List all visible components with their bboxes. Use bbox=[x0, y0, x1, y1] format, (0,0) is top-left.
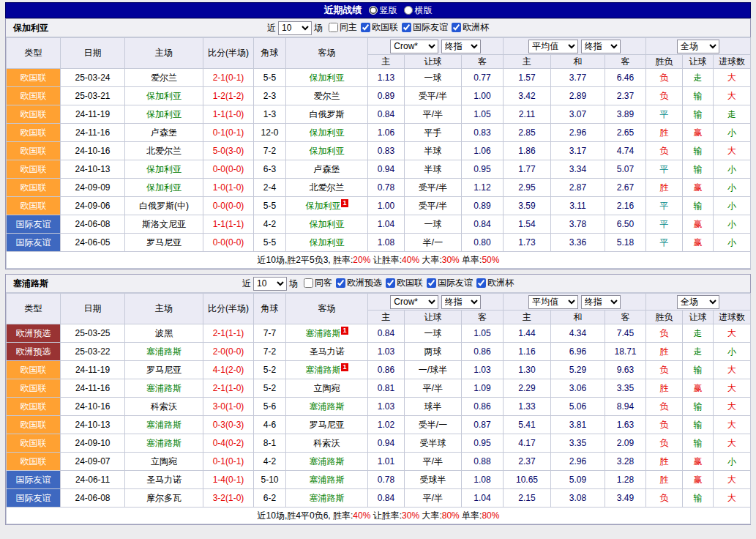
cell-date: 24-10-13 bbox=[61, 160, 125, 179]
odds-company-select[interactable]: Crow* bbox=[390, 295, 438, 309]
avg-final-select[interactable]: 终指 bbox=[581, 295, 621, 309]
team-name-text: 立陶宛 bbox=[314, 383, 340, 393]
filter-checkbox[interactable]: 欧洲杯 bbox=[476, 277, 514, 289]
filter-checkbox-input[interactable] bbox=[336, 278, 345, 288]
avg-odds-select[interactable]: 平均值 bbox=[528, 295, 578, 309]
team-name-text: 罗马尼亚 bbox=[146, 237, 181, 248]
team-name-text: 保加利亚 bbox=[305, 201, 340, 211]
cell-date: 24-06-05 bbox=[61, 234, 125, 252]
layout-radio-vertical-input[interactable] bbox=[369, 6, 378, 15]
cell-score: 1-1(1-0) bbox=[203, 105, 254, 124]
filter-checkbox-input[interactable] bbox=[386, 278, 395, 288]
cell-handicap: 一球 bbox=[405, 324, 462, 343]
layout-radio-horizontal-input[interactable] bbox=[404, 6, 413, 15]
cell-odds-away: 0.88 bbox=[462, 453, 504, 471]
games-count-select[interactable]: 10 bbox=[253, 277, 287, 291]
filter-checkbox[interactable]: 欧国联 bbox=[361, 21, 398, 34]
filter-checkbox[interactable]: 同主 bbox=[329, 21, 357, 34]
layout-radio-vertical[interactable]: 竖版 bbox=[369, 4, 397, 17]
col-header-date: 日期 bbox=[61, 38, 125, 69]
col-header-result: 胜负 bbox=[646, 311, 683, 324]
avg-final-select[interactable]: 终指 bbox=[581, 40, 621, 53]
cell-odds-away: 0.84 bbox=[462, 215, 504, 234]
cell-result-goals: 大 bbox=[714, 379, 751, 398]
cell-home-team: 罗马尼亚 bbox=[125, 234, 203, 252]
filter-checkbox[interactable]: 欧国联 bbox=[386, 277, 423, 289]
filter-checkbox[interactable]: 欧洲杯 bbox=[452, 21, 489, 34]
cell-avg-home: 1.30 bbox=[504, 361, 551, 379]
cell-handicap: 受球半 bbox=[405, 471, 462, 489]
team-name-text: 卢森堡 bbox=[151, 127, 177, 138]
filter-checkbox-label: 国际友谊 bbox=[438, 277, 473, 289]
cell-date: 25-03-24 bbox=[61, 69, 125, 87]
cell-corners: 5-2 bbox=[254, 361, 286, 379]
filter-checkbox-input[interactable] bbox=[452, 23, 461, 32]
cell-odds-home: 0.84 bbox=[368, 324, 405, 343]
cell-corners: 4-6 bbox=[254, 416, 286, 434]
filter-checkbox[interactable]: 国际友谊 bbox=[402, 21, 448, 34]
cell-result-handicap: 赢 bbox=[683, 234, 714, 252]
cell-result-handicap: 赢 bbox=[683, 453, 714, 471]
filter-checkbox[interactable]: 同客 bbox=[304, 277, 332, 289]
cell-result-winloss: 胜 bbox=[646, 179, 683, 197]
cell-handicap: 一/球半 bbox=[405, 361, 462, 379]
filter-checkbox-input[interactable] bbox=[361, 23, 370, 32]
cell-score: 3-2(1-0) bbox=[203, 489, 254, 508]
cell-result-winloss: 平 bbox=[646, 234, 683, 252]
cell-league-type: 国际友谊 bbox=[7, 215, 61, 234]
cell-odds-home: 0.84 bbox=[368, 489, 405, 508]
odds-final-select[interactable]: 终指 bbox=[441, 40, 481, 53]
avg-odds-select[interactable]: 平均值 bbox=[528, 40, 578, 53]
full-match-select[interactable]: 全场 bbox=[677, 295, 719, 309]
summary-text: 40% bbox=[402, 255, 419, 265]
cell-handicap: 受平/半 bbox=[405, 87, 462, 105]
games-count-select[interactable]: 10 bbox=[278, 21, 312, 35]
cell-league-type: 欧国联 bbox=[7, 124, 61, 142]
filter-checkbox-input[interactable] bbox=[476, 278, 486, 288]
cell-home-team: 圣马力诺 bbox=[125, 471, 203, 489]
cell-odds-away: 1.05 bbox=[462, 324, 504, 343]
cell-avg-home: 5.41 bbox=[504, 416, 551, 434]
full-match-select[interactable]: 全场 bbox=[677, 40, 719, 53]
odds-company-select[interactable]: Crow* bbox=[390, 40, 438, 53]
cell-result-winloss: 负 bbox=[646, 142, 683, 160]
layout-radio-horizontal[interactable]: 横版 bbox=[404, 4, 433, 17]
cell-avg-draw: 4.34 bbox=[551, 324, 605, 343]
odds-final-select[interactable]: 终指 bbox=[441, 295, 481, 309]
filter-checkbox-input[interactable] bbox=[329, 23, 338, 32]
cell-league-type: 欧国联 bbox=[7, 142, 61, 160]
cell-result-handicap: 输 bbox=[683, 489, 714, 508]
cell-handicap: 受平/半 bbox=[405, 197, 462, 215]
filter-checkbox-label: 欧洲杯 bbox=[487, 277, 514, 289]
cell-away-team: 保加利亚 bbox=[286, 215, 368, 234]
cell-result-handicap: 赢 bbox=[683, 124, 714, 142]
filter-checkbox-input[interactable] bbox=[427, 278, 436, 288]
filter-checkbox-input[interactable] bbox=[304, 278, 313, 288]
match-row: 欧国联24-10-16科索沃3-0(1-0)5-6塞浦路斯1.03球半0.861… bbox=[7, 398, 751, 416]
summary-text: 大率: bbox=[419, 510, 442, 521]
team-name-text: 保加利亚 bbox=[310, 73, 345, 83]
cell-date: 24-09-06 bbox=[61, 197, 125, 215]
page: 近期战绩 竖版 横版 保加利亚 近 10 场 同主欧国联国际友谊欧洲杯 bbox=[5, 2, 751, 525]
rank-badge: 1 bbox=[341, 327, 348, 335]
cell-handicap: 一球 bbox=[405, 215, 462, 234]
cell-odds-home: 1.03 bbox=[368, 343, 405, 361]
cell-avg-draw: 3.35 bbox=[551, 434, 605, 453]
cell-handicap: 平/半 bbox=[405, 105, 462, 124]
filter-checkbox[interactable]: 欧洲预选 bbox=[336, 277, 382, 289]
cell-avg-home: 4.17 bbox=[504, 434, 551, 453]
cell-avg-draw: 2.96 bbox=[551, 453, 605, 471]
cell-score: 0-3(0-3) bbox=[203, 416, 254, 434]
match-row: 欧国联24-09-06白俄罗斯(中)0-0(0-0)5-5保加利亚11.00受平… bbox=[7, 197, 751, 215]
cell-result-winloss: 胜 bbox=[646, 471, 683, 489]
filter-checkbox[interactable]: 国际友谊 bbox=[427, 277, 473, 289]
cell-away-team: 保加利亚 bbox=[286, 69, 368, 87]
cell-corners: 7-2 bbox=[254, 343, 286, 361]
col-header-avg-away: 客 bbox=[605, 311, 646, 324]
cell-odds-home: 0.94 bbox=[368, 160, 405, 179]
cell-avg-home: 10.65 bbox=[504, 471, 551, 489]
summary-text: 30% bbox=[442, 255, 460, 265]
match-row: 欧国联24-09-07立陶宛0-1(0-1)4-2塞浦路斯1.01平/半0.88… bbox=[7, 453, 751, 471]
team-name-text: 保加利亚 bbox=[146, 182, 181, 193]
filter-checkbox-input[interactable] bbox=[402, 23, 411, 32]
